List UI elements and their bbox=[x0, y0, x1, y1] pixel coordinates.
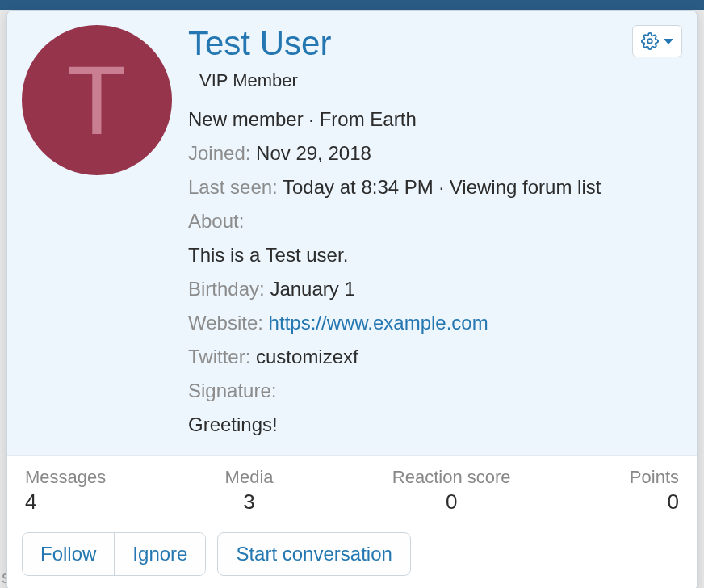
joined-row: Joined: Nov 29, 2018 bbox=[188, 136, 682, 170]
top-nav-bar bbox=[0, 0, 704, 10]
birthday-value: January 1 bbox=[270, 278, 354, 300]
stat-points-label: Points bbox=[630, 467, 679, 488]
member-header: T Test User VIP Member New member · From… bbox=[7, 10, 697, 455]
website-label: Website: bbox=[188, 312, 263, 334]
joined-label: Joined: bbox=[188, 142, 250, 164]
stat-points[interactable]: Points 0 bbox=[630, 467, 679, 514]
user-title-line: New member · From Earth bbox=[188, 103, 682, 136]
stat-points-value: 0 bbox=[630, 489, 679, 514]
stat-messages-value: 4 bbox=[25, 489, 106, 514]
stats-row: Messages 4 Media 3 Reaction score 0 Poin… bbox=[7, 455, 697, 523]
ignore-button[interactable]: Ignore bbox=[114, 533, 205, 575]
stat-media-value: 3 bbox=[225, 489, 274, 514]
lastseen-label: Last seen: bbox=[188, 176, 278, 198]
lastseen-row: Last seen: Today at 8:34 PM · Viewing fo… bbox=[188, 170, 682, 204]
user-avatar[interactable]: T bbox=[22, 25, 172, 175]
birthday-label: Birthday: bbox=[188, 278, 265, 300]
member-tooltip-card: T Test User VIP Member New member · From… bbox=[6, 10, 698, 588]
joined-value: Nov 29, 2018 bbox=[256, 142, 371, 164]
gear-icon bbox=[641, 32, 659, 50]
about-row: About: bbox=[188, 204, 682, 238]
twitter-label: Twitter: bbox=[188, 346, 250, 368]
lastseen-value: Today at 8:34 PM · Viewing forum list bbox=[283, 176, 601, 198]
stat-reaction-value: 0 bbox=[392, 489, 511, 514]
svg-point-0 bbox=[647, 39, 652, 44]
twitter-value: customizexf bbox=[256, 346, 358, 368]
follow-button[interactable]: Follow bbox=[23, 533, 114, 575]
actions-row: Follow Ignore Start conversation bbox=[7, 523, 697, 588]
website-link[interactable]: https://www.example.com bbox=[269, 312, 488, 334]
user-role: VIP Member bbox=[199, 70, 682, 91]
signature-value: Greetings! bbox=[188, 408, 682, 442]
chevron-down-icon bbox=[664, 39, 673, 44]
stat-messages[interactable]: Messages 4 bbox=[25, 467, 106, 514]
follow-ignore-group: Follow Ignore bbox=[22, 532, 206, 576]
avatar-initial: T bbox=[67, 52, 126, 149]
about-value: This is a Test user. bbox=[188, 238, 682, 272]
user-info: Test User VIP Member New member · From E… bbox=[188, 25, 682, 442]
username-link[interactable]: Test User bbox=[188, 25, 682, 62]
signature-row: Signature: bbox=[188, 374, 682, 408]
about-label: About: bbox=[188, 210, 244, 232]
settings-dropdown-button[interactable] bbox=[632, 25, 682, 57]
twitter-row: Twitter: customizexf bbox=[188, 340, 682, 374]
birthday-row: Birthday: January 1 bbox=[188, 272, 682, 306]
signature-label: Signature: bbox=[188, 380, 276, 401]
stat-media-label: Media bbox=[225, 467, 274, 488]
stat-messages-label: Messages bbox=[25, 467, 106, 488]
start-conversation-button[interactable]: Start conversation bbox=[217, 532, 410, 576]
stat-reaction-label: Reaction score bbox=[392, 467, 511, 488]
stat-reaction[interactable]: Reaction score 0 bbox=[392, 467, 511, 514]
stat-media[interactable]: Media 3 bbox=[225, 467, 274, 514]
website-row: Website: https://www.example.com bbox=[188, 306, 682, 340]
